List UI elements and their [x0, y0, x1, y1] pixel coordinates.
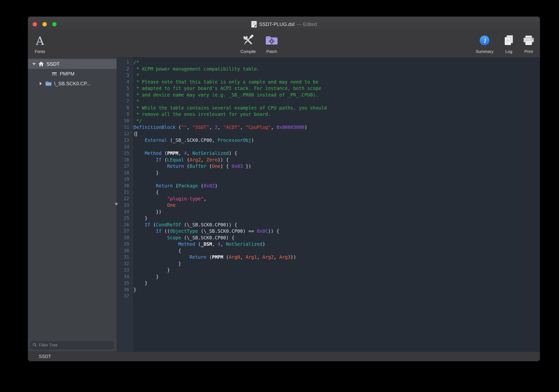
code-line[interactable]: 12{: [117, 131, 540, 137]
code-line[interactable]: 33 }: [117, 267, 540, 273]
code-line[interactable]: 29 Method (_DSM, 4, NotSerialized): [117, 241, 540, 247]
code-line[interactable]: 30 {: [117, 247, 540, 254]
code-line[interactable]: 24 }): [117, 208, 540, 215]
code-line[interactable]: 26 If (CondRefOf (\_SB.SCK0.CP00)) {: [117, 221, 540, 228]
line-number: 9: [117, 111, 134, 118]
line-number: 11: [117, 124, 134, 131]
code-line[interactable]: 10 */: [117, 118, 540, 124]
code-text: * XCPM power management compatibility ta…: [134, 66, 260, 72]
code-line[interactable]: 13 External (_SB_.SCK0.CP00, ProcessorOb…: [117, 137, 540, 144]
code-line[interactable]: 31 Return (PMPM (Arg0, Arg1, Arg2, Arg3)…: [117, 254, 540, 260]
sidebar-item-pmpm[interactable]: PMPM: [28, 69, 117, 79]
line-number: 24: [117, 208, 134, 215]
code-text: * remove all the ones irrelevant for you…: [134, 111, 271, 118]
code-text: Scope (\_SB.SCK0.CP00) {: [134, 234, 234, 241]
line-number: 17: [117, 163, 134, 170]
code-line[interactable]: 21 {: [117, 189, 540, 196]
line-number: 28: [117, 234, 134, 241]
code-line[interactable]: 4 * Please note that this table is only …: [117, 79, 540, 85]
code-text: Return (PMPM (Arg0, Arg1, Arg2, Arg3)): [134, 254, 296, 260]
code-text: Method (_DSM, 4, NotSerialized): [134, 241, 265, 247]
line-number: 3: [117, 72, 134, 79]
sidebar-item-sb-sck0[interactable]: \_SB.SCK0.CP...: [28, 79, 117, 88]
code-line[interactable]: 32 }: [117, 260, 540, 267]
code-line[interactable]: 25 }: [117, 215, 540, 221]
code-line[interactable]: 34 }: [117, 273, 540, 280]
code-line[interactable]: 27 If ((ObjectType (\_SB.SCK0.CP00) == 0…: [117, 228, 540, 234]
toolbar: A Fonts Compile: [28, 32, 540, 58]
code-text: }: [134, 280, 147, 286]
patch-button[interactable]: Patch: [257, 33, 286, 54]
compile-tools-icon: [242, 34, 255, 48]
code-line[interactable]: 36}: [117, 286, 540, 293]
code-line[interactable]: 6 * and device name may vary (e.g. _SB_.…: [117, 92, 540, 98]
method-icon: [51, 71, 57, 76]
line-number: 19: [117, 176, 134, 183]
line-number: 8: [117, 105, 134, 111]
line-number: 36: [117, 286, 134, 293]
code-line[interactable]: 17 Return (Buffer (One) { 0x03 }): [117, 163, 540, 170]
code-text: {: [134, 189, 159, 196]
print-printer-icon: [523, 35, 535, 47]
sidebar-item-label: SSDT: [47, 61, 60, 67]
patch-label: Patch: [257, 49, 286, 54]
code-text: /*: [134, 59, 139, 66]
code-text: * While the table contains several examp…: [134, 105, 327, 111]
fonts-button[interactable]: A Fonts: [28, 33, 55, 54]
code-text: {: [134, 247, 181, 254]
code-line[interactable]: 5 * adapted to fit your board's ACPI sta…: [117, 85, 540, 92]
code-text: }: [134, 286, 136, 293]
code-text: *: [134, 98, 139, 105]
code-line[interactable]: 15 Method (PMPM, 4, NotSerialized) {: [117, 150, 540, 157]
code-line[interactable]: 9 * remove all the ones irrelevant for y…: [117, 111, 540, 118]
line-number: 29: [117, 241, 134, 247]
close-button[interactable]: [33, 22, 37, 26]
code-editor[interactable]: 1/*2 * XCPM power management compatibili…: [117, 58, 540, 352]
code-text: * Please note that this table is only a …: [134, 79, 318, 85]
line-number: 26: [117, 221, 134, 228]
code-line[interactable]: 8 * While the table contains several exa…: [117, 105, 540, 111]
code-line[interactable]: 11DefinitionBlock ("", "SSDT", 2, "ACDT"…: [117, 124, 540, 131]
print-label: Print: [514, 49, 540, 54]
code-line[interactable]: 22 "plugin-type",: [117, 196, 540, 202]
filter-tree-field[interactable]: [30, 341, 114, 349]
code-line[interactable]: 23 One: [117, 202, 540, 208]
line-number: 31: [117, 254, 134, 260]
main-split-view: SSDT PMPM: [28, 58, 540, 352]
zoom-button[interactable]: [52, 22, 57, 26]
titlebar[interactable]: SSDT-PLUG.dsl — Edited: [28, 17, 540, 32]
code-line[interactable]: 18 }: [117, 170, 540, 176]
code-line[interactable]: 14: [117, 144, 540, 150]
sidebar-item-label: PMPM: [60, 71, 74, 77]
code-line[interactable]: 37: [117, 293, 540, 299]
code-line[interactable]: 2 * XCPM power management compatibility …: [117, 66, 540, 72]
line-number: 32: [117, 260, 134, 267]
document-icon: [251, 21, 257, 28]
minimize-button[interactable]: [42, 22, 47, 26]
code-line[interactable]: 3 *: [117, 72, 540, 79]
line-number: 4: [117, 79, 134, 85]
disclosure-down-icon[interactable]: [32, 63, 36, 65]
line-number: 12: [117, 131, 134, 137]
code-line[interactable]: 20 Return (Package (0x02): [117, 183, 540, 189]
code-text: * and device name may vary (e.g. _SB_.PR…: [134, 92, 318, 98]
line-number: 20: [117, 183, 134, 189]
code-text: "plugin-type",: [134, 196, 206, 202]
line-number: 18: [117, 170, 134, 176]
search-icon: [33, 343, 37, 348]
code-line[interactable]: 19: [117, 176, 540, 183]
disclosure-right-icon[interactable]: [40, 82, 42, 85]
status-bar: SSDT: [28, 352, 540, 361]
code-line[interactable]: 1/*: [117, 59, 540, 66]
code-text: Method (PMPM, 4, NotSerialized) {: [134, 150, 237, 157]
sidebar: SSDT PMPM: [28, 58, 117, 352]
code-line[interactable]: 16 If (LEqual (Arg2, Zero)) {: [117, 157, 540, 163]
code-text: * adapted to fit your board's ACPI stack…: [134, 85, 321, 92]
filter-tree-input[interactable]: [38, 343, 111, 348]
sidebar-item-ssdt[interactable]: SSDT: [28, 59, 117, 69]
splitter-handle[interactable]: [115, 203, 118, 205]
code-line[interactable]: 7 *: [117, 98, 540, 105]
code-line[interactable]: 28 Scope (\_SB.SCK0.CP00) {: [117, 234, 540, 241]
code-line[interactable]: 35 }: [117, 280, 540, 286]
print-button[interactable]: Print: [514, 33, 540, 54]
